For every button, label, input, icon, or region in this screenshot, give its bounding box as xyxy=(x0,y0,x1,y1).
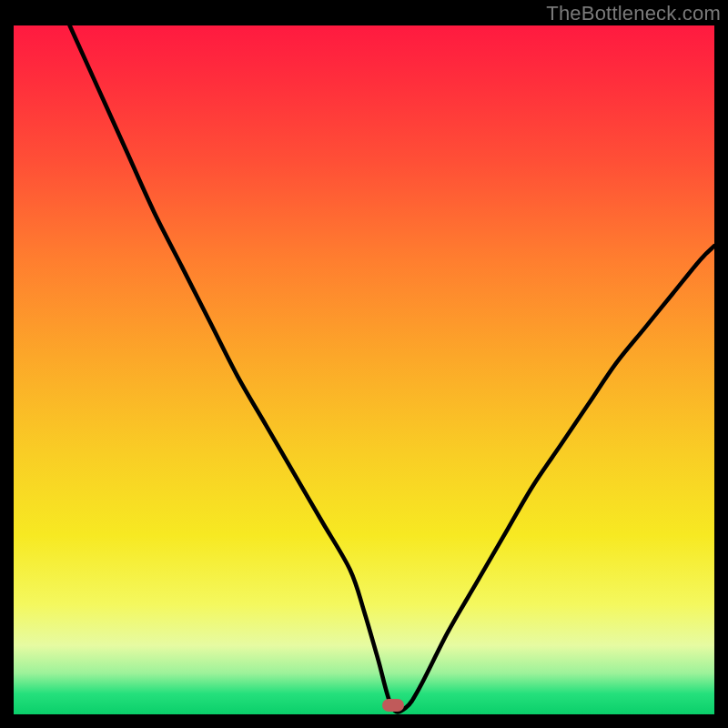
curve-layer xyxy=(14,25,714,714)
chart-frame: TheBottleneck.com xyxy=(0,0,728,728)
plot-area xyxy=(14,25,714,714)
bottleneck-curve xyxy=(70,25,714,712)
watermark-text: TheBottleneck.com xyxy=(546,2,721,25)
optimum-marker xyxy=(382,699,404,712)
